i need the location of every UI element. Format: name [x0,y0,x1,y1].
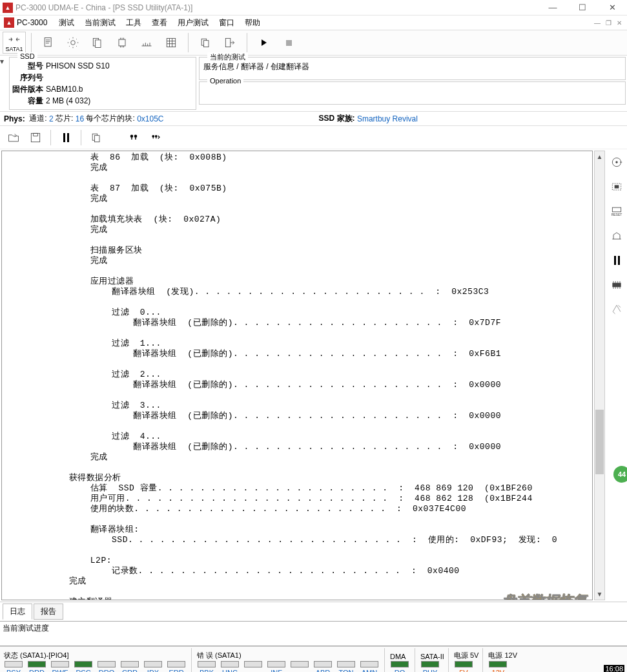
side-tool-2-icon[interactable] [609,179,624,194]
block-label: 每个芯片的块: [86,113,134,124]
mdi-close[interactable]: ✕ [617,19,622,26]
window-title: PC-3000 UDMA-E - China - [PS SSD Utility… [15,3,538,12]
tool-exit-icon[interactable] [218,32,242,54]
side-tool-4-icon[interactable] [609,228,624,244]
phys-label: Phys: [4,114,25,123]
open-icon[interactable] [4,129,23,147]
progress-row: 当前测试进度 [0,621,627,646]
mdi-restore[interactable]: ❐ [606,19,612,26]
indicator-INF: INF [267,661,286,672]
block-value: 0x105C [137,114,163,123]
log-tabs: 日志 报告 [0,602,627,621]
tool-grid-icon[interactable] [159,32,183,54]
status-title-state: 状态 (SATA1)-[PIO4] [3,651,187,660]
scroll-thumb[interactable] [595,410,604,474]
sata1-label: SATA1 [5,46,23,52]
cap-value: 2 MB (4 032) [46,95,90,107]
play-button[interactable] [252,32,276,54]
indicator-RQ: RQ [390,661,409,672]
side-reset-icon[interactable]: RESET [609,204,624,219]
ssd-legend: SSD [17,52,37,60]
maximize-button[interactable]: ☐ [568,0,597,16]
save-icon[interactable] [26,129,45,147]
minimize-button[interactable]: — [538,0,568,16]
log-area[interactable]: 表 86 加载 (块: 0x008B) 完成 表 87 加载 (块: 0x075… [1,151,593,600]
menu-help[interactable]: 帮助 [240,16,265,30]
indicator-ABR: ABR [313,661,333,672]
side-tool-1-icon[interactable] [609,154,624,170]
breadcrumb: 服务信息 / 翻译器 / 创建翻译器 [203,59,621,72]
model-label: 型号 [11,60,46,72]
watermark-line1: 盘首数据恢复 [502,591,587,600]
test-info-box: 当前的测试 服务信息 / 翻译器 / 创建翻译器 Operation [199,57,626,110]
side-pause-icon[interactable] [609,253,624,268]
status-title-5v: 电源 5V [453,651,479,660]
tool-docs-icon[interactable] [86,32,109,54]
family-value: Smartbuy Revival [357,114,418,123]
chip-value: 16 [76,114,84,123]
find-icon[interactable] [124,129,143,147]
menu-tools[interactable]: 工具 [121,16,147,30]
close-button[interactable]: ✕ [597,0,627,16]
tab-log[interactable]: 日志 [3,604,32,620]
indicator-12V: 12V [488,661,508,672]
svg-rect-10 [34,133,38,136]
svg-rect-20 [615,185,619,189]
chip-label: 芯片: [56,113,73,124]
scrollbar[interactable]: ▲ ▼ [594,151,605,600]
status-title-dma: DMA [389,653,411,660]
app-icon-small: ▲ [4,17,14,28]
indicator-DRQ: DRQ [97,661,116,672]
indicator-DRD: DRD [27,661,46,672]
status-group-error: 错 误 (SATA1) BBKUNCINFABRTONAMN [196,651,380,672]
copy-icon[interactable] [87,129,106,147]
find-next-icon[interactable] [146,129,165,147]
scroll-up-icon[interactable]: ▲ [595,151,604,162]
scroll-down-icon[interactable]: ▼ [595,589,604,600]
tool-ruler-icon[interactable] [135,32,158,54]
svg-rect-5 [167,38,175,47]
fw-label: 固件版本 [11,83,46,95]
progress-label: 当前测试进度 [3,623,624,634]
menubar: ▲ PC-3000 测试 当前测试 工具 查看 用户测试 窗口 帮助 — ❐ ✕ [0,16,627,30]
svg-rect-23 [612,283,621,288]
pause-icon[interactable] [56,129,76,147]
tool-copy-icon[interactable] [194,32,217,54]
svg-point-16 [155,134,158,137]
indicator-IDX: IDX [143,661,163,672]
tool-chip-icon[interactable] [110,32,134,54]
status-group-sata2: SATA-II PHY [419,653,444,672]
menu-view[interactable]: 查看 [147,16,172,30]
svg-text:RESET: RESET [612,213,622,216]
svg-point-13 [130,134,134,138]
float-badge[interactable]: 44 [610,465,627,483]
app-icon: ▲ [3,3,13,13]
collapse-arrow-icon[interactable]: ▾ [0,56,8,111]
mdi-minimize[interactable]: — [594,19,601,26]
log-toolbar [0,126,627,149]
serial-label: 序列号 [11,72,46,83]
menu-window[interactable]: 窗口 [214,16,240,30]
watermark: 盘首数据恢复 18913587620 [502,591,587,600]
side-settings-icon[interactable] [609,302,624,317]
menu-current-test[interactable]: 当前测试 [79,16,121,30]
indicator-blank [290,661,309,672]
tab-report[interactable]: 报告 [34,604,63,620]
sata1-button[interactable]: SATA1 [3,32,26,54]
indicator-BBK: BBK [197,661,216,672]
phys-info-bar: Phys: 通道: 2 芯片: 16 每个芯片的块: 0x105C SSD 家族… [0,112,627,126]
status-title-12v: 电源 12V [487,651,517,660]
side-chip-icon[interactable] [609,277,624,293]
svg-rect-8 [225,38,231,47]
stop-button[interactable] [277,32,300,54]
main-toolbar: SATA1 [0,30,627,56]
menu-user-test[interactable]: 用户测试 [172,16,214,30]
ssd-info-box: SSD 型号PHISON SSD S10 序列号 固件版本SABM10.b 容量… [9,57,196,110]
tool-gear-icon[interactable] [61,32,85,54]
tool-doc-icon[interactable] [37,32,60,54]
indicator-5V: 5V [454,661,473,672]
info-panel: ▾ SSD 型号PHISON SSD S10 序列号 固件版本SABM10.b … [0,56,627,112]
svg-rect-7 [204,41,209,47]
menu-test[interactable]: 测试 [54,16,79,30]
clock: 16:08 [604,665,624,672]
